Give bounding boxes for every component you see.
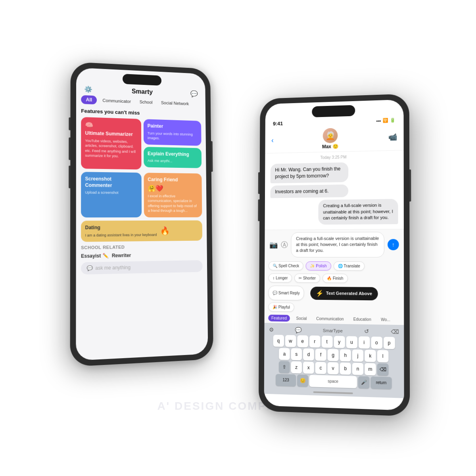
phone-front-screen: 9:41 ▪▪▪ 🛜 🔋 ‹ 🧑‍🦳 Max 🙂 📹 [264,100,404,411]
key-k[interactable]: k [365,349,376,362]
phone-back: ⚙️ Smarty 💬 All Communicator School Soci… [70,62,213,367]
tab-communication[interactable]: Communication [313,315,347,322]
features-title: Features you can't miss [81,108,201,118]
video-call-button[interactable]: 📹 [388,132,397,142]
tab-social[interactable]: Social [293,315,310,322]
tab-featured[interactable]: Featured [268,315,290,322]
polish-button[interactable]: ✨ Polish [306,261,331,271]
vol-up-button [258,172,260,194]
tab-all[interactable]: All [81,95,97,105]
status-time: 9:41 [273,121,283,127]
messages-area: Today 3:25 PM Hi Mr. Wang. Can you finis… [265,150,404,229]
playful-button[interactable]: 🎉 Playful [268,302,294,312]
key-emoji[interactable]: 😊 [297,374,308,387]
key-z[interactable]: z [291,361,302,373]
translate-button[interactable]: 🌐 Translate [334,261,365,271]
key-shift[interactable]: ⇧ [279,361,290,373]
key-h[interactable]: h [340,349,351,361]
tab-social-network[interactable]: Social Network [158,99,192,108]
message-input[interactable]: Creating a full-scale version is unattai… [291,232,384,257]
smart-reply-button[interactable]: 💬 Smart Reply [268,286,304,301]
key-b[interactable]: b [340,362,351,374]
card-painter[interactable]: Painter Turn your words into stunning im… [144,119,202,146]
card-caring-friend[interactable]: Caring Friend 🤗❤️ I excel in effective c… [144,173,202,217]
message-received-2: Investors are coming at 6. [270,184,348,198]
side-button-power [211,141,213,172]
phone-front: 9:41 ▪▪▪ 🛜 🔋 ‹ 🧑‍🦳 Max 🙂 📹 [259,94,410,416]
keyboard-gear-icon[interactable]: ⚙ [269,326,274,333]
search-bar[interactable]: 💬 ask me anything [81,260,203,274]
key-space[interactable]: space [309,375,357,388]
home-indicator [313,391,353,394]
chat-icon[interactable]: 💬 [190,90,198,98]
key-g[interactable]: g [328,349,339,361]
key-num[interactable]: 123 [276,374,296,386]
key-row-3: ⇧ z x c v b n m ⌫ [267,361,401,376]
key-r[interactable]: r [309,335,320,347]
input-area: 📷 Ⓐ Creating a full-scale version is una… [265,229,404,260]
finish-icon: 🔥 [327,276,332,280]
dynamic-island-back [123,74,161,86]
school-rewriter[interactable]: Rewriter [112,253,131,259]
card-title: Dating [85,225,157,231]
send-button[interactable]: ↑ [388,239,399,250]
key-d[interactable]: d [303,348,314,361]
audio-button[interactable]: Ⓐ [281,240,288,250]
features-grid-2: Screenshot Commenter Upload a screenshot… [81,172,202,217]
key-i[interactable]: i [359,336,370,349]
key-m[interactable]: m [365,363,376,375]
camera-button[interactable]: 📷 [269,240,278,249]
tab-education[interactable]: Education [350,316,374,323]
tab-communicator[interactable]: Communicator [99,96,134,106]
card-dating[interactable]: Dating I am a dating assistant lives in … [81,221,202,242]
key-y[interactable]: y [334,336,345,348]
finish-button[interactable]: 🔥 Finish [322,274,348,283]
keyboard-msg-icon[interactable]: 💬 [295,327,301,333]
key-x[interactable]: x [303,361,314,374]
keyboard-delete-icon[interactable]: ⌫ [391,328,399,335]
key-o[interactable]: o [371,336,382,349]
card-title: Explain Everything [148,151,198,158]
phone-back-screen: ⚙️ Smarty 💬 All Communicator School Soci… [76,67,208,361]
chat-header: ‹ 🧑‍🦳 Max 🙂 📹 [265,125,403,154]
dating-emoji: 🔥 [160,226,170,236]
card-desc: Upload a screenshot [85,190,137,196]
card-title: Ultimate Summarizer [85,130,138,138]
spell-check-button[interactable]: 🔍 Spell Check [269,261,303,270]
playful-icon: 🎉 [273,305,277,309]
card-screenshot-commenter[interactable]: Screenshot Commenter Upload a screenshot [81,172,142,217]
key-s[interactable]: s [291,348,302,360]
key-e[interactable]: e [297,335,308,347]
longer-icon: ↕ [273,276,274,280]
keyboard-undo-icon[interactable]: ↺ [364,328,369,334]
key-j[interactable]: j [352,349,363,362]
status-icons: ▪▪▪ 🛜 🔋 [376,117,395,123]
school-essayist[interactable]: Essayist ✏️ [81,253,109,259]
key-mic[interactable]: 🎤 [358,376,369,388]
settings-icon[interactable]: ⚙️ [84,85,92,93]
card-ultimate-summarizer[interactable]: 🧠 Ultimate Summarizer YouTube videos, we… [81,117,141,169]
key-q[interactable]: q [273,335,284,347]
input-row: 📷 Ⓐ Creating a full-scale version is una… [269,232,399,257]
longer-button[interactable]: ↕ Longer [269,273,292,282]
tab-school[interactable]: School [136,98,156,106]
key-c[interactable]: c [315,362,326,374]
key-l[interactable]: l [377,350,389,362]
card-explain[interactable]: Explain Everything Ask me anythi... [144,147,202,168]
tab-more[interactable]: Wo... [378,316,393,323]
key-p[interactable]: p [384,337,395,349]
back-button[interactable]: ‹ [271,136,274,144]
tooltip-bar: ⚡ Text Generated Above [310,286,378,300]
key-delete[interactable]: ⌫ [377,363,389,376]
key-return[interactable]: return [370,376,392,389]
key-t[interactable]: t [321,336,332,348]
key-v[interactable]: v [328,362,339,374]
chat-username: Max 🙂 [322,144,338,150]
key-n[interactable]: n [352,363,363,375]
key-f[interactable]: f [315,349,326,361]
essayist-emoji: ✏️ [102,253,108,259]
key-w[interactable]: w [285,335,296,347]
key-a[interactable]: a [279,348,290,360]
key-u[interactable]: u [346,336,357,348]
shorter-button[interactable]: ✂ Shorter [294,273,320,282]
